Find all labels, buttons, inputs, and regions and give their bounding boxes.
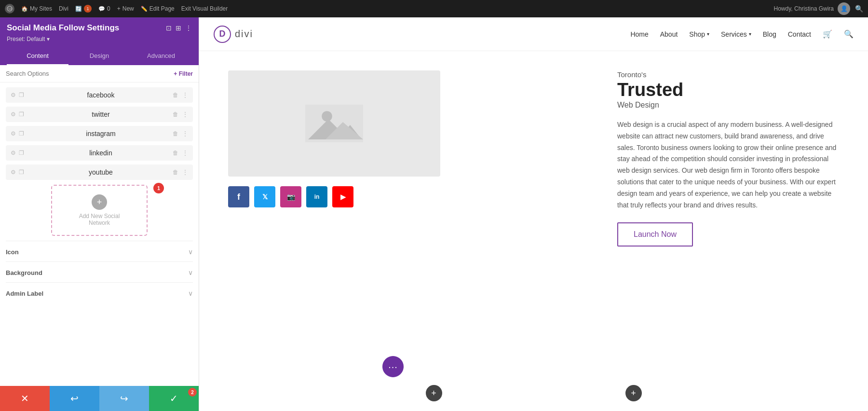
panel-tabs: Content Design Advanced bbox=[7, 47, 192, 65]
settings-panel: Social Media Follow Settings ⊡ ⊞ ⋮ Prese… bbox=[0, 17, 199, 411]
settings-icon-youtube[interactable]: ⚙ bbox=[11, 169, 16, 176]
panel-search-bar: + Filter bbox=[0, 65, 199, 82]
undo-button[interactable]: ↩ bbox=[50, 386, 99, 411]
search-input[interactable] bbox=[6, 70, 170, 77]
settings-icon-linkedin[interactable]: ⚙ bbox=[11, 150, 16, 156]
builder-options-button[interactable]: ··· bbox=[382, 356, 404, 377]
delete-icon-youtube[interactable]: 🗑 bbox=[173, 169, 178, 176]
background-section-chevron: ∨ bbox=[188, 269, 193, 276]
tab-advanced[interactable]: Advanced bbox=[130, 47, 192, 65]
trusted-title: Trusted bbox=[617, 81, 839, 99]
comments-item[interactable]: 💬 0 bbox=[98, 5, 110, 12]
nav-shop[interactable]: Shop ▾ bbox=[689, 30, 709, 38]
web-design-sub: Web Design bbox=[617, 101, 839, 110]
nav-about[interactable]: About bbox=[660, 30, 678, 38]
add-new-social-network-button[interactable]: + Add New Social Network bbox=[51, 185, 148, 236]
panel-title: Social Media Follow Settings bbox=[7, 23, 119, 33]
image-placeholder bbox=[228, 70, 440, 177]
divi-item[interactable]: Divi bbox=[59, 5, 68, 12]
add-column-right-button[interactable]: + bbox=[625, 385, 642, 401]
exit-visual-builder-item[interactable]: Exit Visual Builder bbox=[181, 5, 228, 12]
tab-content[interactable]: Content bbox=[7, 47, 68, 65]
builder-options-overlay: ··· bbox=[382, 356, 404, 377]
preview-area: D divi Home About Shop ▾ Services ▾ Blo bbox=[199, 17, 868, 411]
save-button[interactable]: ✓ 2 bbox=[149, 386, 199, 411]
content-left: f 𝕏 📷 in ▶ bbox=[228, 70, 588, 392]
copy-icon[interactable]: ❐ bbox=[19, 92, 24, 98]
wp-logo-icon: W bbox=[5, 4, 14, 14]
user-greeting[interactable]: Howdy, Christina Gwira 👤 bbox=[774, 2, 850, 15]
network-item-facebook: ⚙ ❐ facebook 🗑 ⋮ bbox=[6, 87, 193, 103]
new-item[interactable]: + New bbox=[117, 5, 134, 12]
wp-logo-item[interactable]: W bbox=[5, 4, 14, 14]
nav-services[interactable]: Services ▾ bbox=[721, 30, 751, 38]
background-section-title: Background bbox=[6, 269, 42, 276]
tab-design[interactable]: Design bbox=[68, 47, 130, 65]
copy-icon-youtube[interactable]: ❐ bbox=[19, 169, 24, 176]
page-content: f 𝕏 📷 in ▶ Toronto's Trusted Web Design … bbox=[199, 51, 868, 411]
preset-selector[interactable]: Preset: Default ▾ bbox=[7, 36, 192, 42]
drag-icon-instagram[interactable]: ⋮ bbox=[182, 130, 188, 137]
settings-icon[interactable]: ⚙ bbox=[11, 92, 16, 98]
cancel-button[interactable]: ✕ bbox=[0, 386, 50, 411]
delete-icon-facebook[interactable]: 🗑 bbox=[173, 92, 178, 98]
network-name-facebook: facebook bbox=[29, 91, 173, 99]
settings-icon-instagram[interactable]: ⚙ bbox=[11, 130, 16, 137]
nav-contact[interactable]: Contact bbox=[788, 30, 811, 38]
delete-icon-instagram[interactable]: 🗑 bbox=[173, 130, 178, 137]
cart-icon[interactable]: 🛒 bbox=[823, 29, 832, 39]
copy-icon-linkedin[interactable]: ❐ bbox=[19, 150, 24, 156]
wp-admin-bar: W 🏠 My Sites Divi 🔄 1 💬 0 + New bbox=[0, 0, 868, 17]
edit-page-item[interactable]: ✏️ Edit Page bbox=[141, 5, 175, 12]
add-new-container: + Add New Social Network 1 bbox=[6, 185, 193, 236]
panel-header: Social Media Follow Settings ⊡ ⊞ ⋮ Prese… bbox=[0, 17, 199, 65]
services-chevron-icon: ▾ bbox=[749, 31, 751, 37]
launch-now-button[interactable]: Launch Now bbox=[617, 222, 693, 247]
drag-icon-youtube[interactable]: ⋮ bbox=[182, 169, 188, 176]
filter-button[interactable]: + Filter bbox=[174, 70, 193, 77]
panel-title-icons: ⊡ ⊞ ⋮ bbox=[166, 24, 192, 32]
content-right: Toronto's Trusted Web Design Web design … bbox=[617, 70, 839, 392]
social-icons-row: f 𝕏 📷 in ▶ bbox=[228, 186, 588, 207]
nav-blog[interactable]: Blog bbox=[763, 30, 776, 38]
shop-chevron-icon: ▾ bbox=[707, 31, 709, 37]
drag-icon-facebook[interactable]: ⋮ bbox=[182, 92, 188, 98]
search-wp-item[interactable]: 🔍 bbox=[855, 5, 863, 13]
social-icon-instagram[interactable]: 📷 bbox=[280, 186, 301, 207]
copy-icon-instagram[interactable]: ❐ bbox=[19, 130, 24, 137]
expand-icon[interactable]: ⊡ bbox=[166, 24, 172, 32]
panel-body: ⚙ ❐ facebook 🗑 ⋮ ⚙ ❐ twitter bbox=[0, 82, 199, 386]
toronto-label: Toronto's bbox=[617, 70, 839, 79]
social-icon-twitter[interactable]: 𝕏 bbox=[254, 186, 275, 207]
copy-icon-twitter[interactable]: ❐ bbox=[19, 111, 24, 118]
network-item-twitter: ⚙ ❐ twitter 🗑 ⋮ bbox=[6, 107, 193, 122]
delete-icon-twitter[interactable]: 🗑 bbox=[173, 111, 178, 118]
redo-button[interactable]: ↪ bbox=[99, 386, 149, 411]
icon-section-header[interactable]: Icon ∨ bbox=[6, 241, 193, 261]
network-item-icons: ⚙ ❐ bbox=[11, 92, 24, 98]
drag-icon-twitter[interactable]: ⋮ bbox=[182, 111, 188, 118]
network-item-instagram: ⚙ ❐ instagram 🗑 ⋮ bbox=[6, 126, 193, 141]
delete-icon-linkedin[interactable]: 🗑 bbox=[173, 150, 178, 156]
grid-icon[interactable]: ⊞ bbox=[176, 24, 181, 32]
nav-home[interactable]: Home bbox=[630, 30, 648, 38]
drag-icon-linkedin[interactable]: ⋮ bbox=[182, 150, 188, 156]
settings-icon-twitter[interactable]: ⚙ bbox=[11, 111, 16, 118]
admin-label-section-header[interactable]: Admin Label ∨ bbox=[6, 282, 193, 303]
site-logo: D divi bbox=[214, 26, 253, 43]
network-item-linkedin: ⚙ ❐ linkedin 🗑 ⋮ bbox=[6, 145, 193, 161]
logo-icon: D bbox=[214, 26, 231, 43]
background-section-header[interactable]: Background ∨ bbox=[6, 261, 193, 282]
network-item-icons-linkedin: ⚙ ❐ bbox=[11, 150, 24, 156]
updates-item[interactable]: 🔄 1 bbox=[75, 5, 92, 13]
site-search-icon[interactable]: 🔍 bbox=[844, 29, 854, 39]
social-icon-linkedin[interactable]: in bbox=[306, 186, 327, 207]
icon-section-title: Icon bbox=[6, 248, 19, 256]
social-icon-facebook[interactable]: f bbox=[228, 186, 249, 207]
panel-footer: ✕ ↩ ↪ ✓ 2 bbox=[0, 386, 199, 411]
add-column-left-button[interactable]: + bbox=[426, 385, 442, 401]
social-icon-youtube[interactable]: ▶ bbox=[332, 186, 353, 207]
my-sites-item[interactable]: 🏠 My Sites bbox=[21, 5, 52, 12]
network-name-linkedin: linkedin bbox=[29, 149, 173, 157]
more-icon[interactable]: ⋮ bbox=[185, 24, 192, 32]
